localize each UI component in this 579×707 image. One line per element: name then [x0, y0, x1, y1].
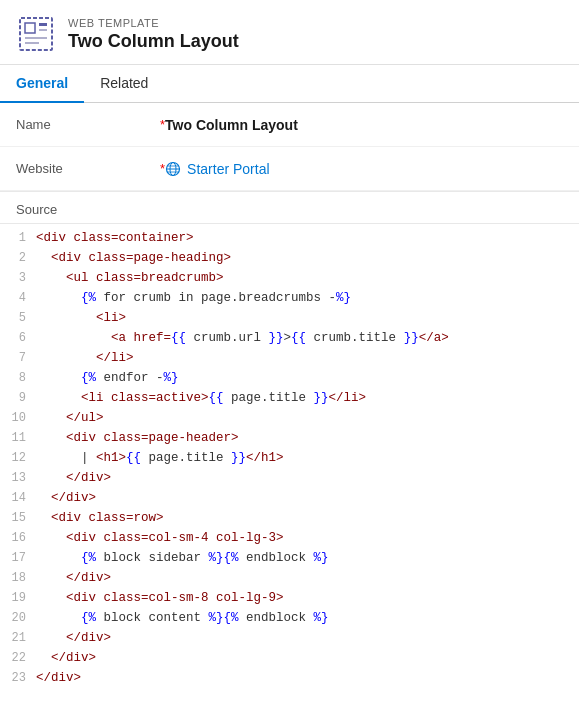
line-number: 13 [0, 468, 36, 488]
line-content: <div class=col-sm-4 col-lg-3> [36, 528, 579, 548]
svg-rect-2 [39, 23, 47, 26]
line-number: 17 [0, 548, 36, 568]
code-line: 2 <div class=page-heading> [0, 248, 579, 268]
code-line: 20 {% block content %}{% endblock %} [0, 608, 579, 628]
line-content: {% block sidebar %}{% endblock %} [36, 548, 579, 568]
line-number: 3 [0, 268, 36, 288]
header-badge: WEB TEMPLATE [68, 17, 239, 29]
code-line: 10 </ul> [0, 408, 579, 428]
code-line: 6 <a href={{ crumb.url }}>{{ crumb.title… [0, 328, 579, 348]
line-content: </div> [36, 668, 579, 688]
tab-bar: General Related [0, 65, 579, 103]
line-content: </div> [36, 468, 579, 488]
code-line: 5 <li> [0, 308, 579, 328]
line-content: </div> [36, 568, 579, 588]
line-content: </li> [36, 348, 579, 368]
line-content: <li class=active>{{ page.title }}</li> [36, 388, 579, 408]
header-title: Two Column Layout [68, 31, 239, 52]
code-line: 19 <div class=col-sm-8 col-lg-9> [0, 588, 579, 608]
svg-rect-3 [39, 29, 47, 31]
web-template-icon [16, 14, 56, 54]
line-number: 9 [0, 388, 36, 408]
code-line: 4 {% for crumb in page.breadcrumbs -%} [0, 288, 579, 308]
line-content: </div> [36, 648, 579, 668]
line-number: 18 [0, 568, 36, 588]
svg-rect-4 [25, 37, 47, 39]
tab-general[interactable]: General [0, 65, 84, 103]
name-row: Name * Two Column Layout [0, 103, 579, 147]
line-number: 4 [0, 288, 36, 308]
line-number: 21 [0, 628, 36, 648]
code-editor[interactable]: 1<div class=container>2 <div class=page-… [0, 224, 579, 692]
line-content: <div class=page-header> [36, 428, 579, 448]
line-content: </div> [36, 488, 579, 508]
header-text: WEB TEMPLATE Two Column Layout [68, 17, 239, 52]
line-content: </div> [36, 628, 579, 648]
line-number: 7 [0, 348, 36, 368]
line-content: <li> [36, 308, 579, 328]
code-line: 12 | <h1>{{ page.title }}</h1> [0, 448, 579, 468]
globe-icon [165, 161, 181, 177]
line-content: <a href={{ crumb.url }}>{{ crumb.title }… [36, 328, 579, 348]
code-line: 3 <ul class=breadcrumb> [0, 268, 579, 288]
line-number: 15 [0, 508, 36, 528]
line-number: 14 [0, 488, 36, 508]
name-value: Two Column Layout [165, 117, 298, 133]
name-label: Name [16, 117, 156, 132]
line-number: 22 [0, 648, 36, 668]
line-content: | <h1>{{ page.title }}</h1> [36, 448, 579, 468]
line-number: 1 [0, 228, 36, 248]
source-header: Source [0, 192, 579, 224]
svg-rect-1 [25, 23, 35, 33]
line-content: <ul class=breadcrumb> [36, 268, 579, 288]
code-line: 7 </li> [0, 348, 579, 368]
form-section: Name * Two Column Layout Website * Start… [0, 103, 579, 192]
code-line: 22 </div> [0, 648, 579, 668]
line-content: </ul> [36, 408, 579, 428]
code-line: 15 <div class=row> [0, 508, 579, 528]
code-line: 1<div class=container> [0, 228, 579, 248]
code-line: 17 {% block sidebar %}{% endblock %} [0, 548, 579, 568]
code-line: 23</div> [0, 668, 579, 688]
website-label: Website [16, 161, 156, 176]
line-number: 8 [0, 368, 36, 388]
code-line: 8 {% endfor -%} [0, 368, 579, 388]
line-number: 5 [0, 308, 36, 328]
code-line: 9 <li class=active>{{ page.title }}</li> [0, 388, 579, 408]
code-line: 13 </div> [0, 468, 579, 488]
svg-rect-5 [25, 42, 39, 44]
tab-related[interactable]: Related [84, 65, 164, 103]
line-content: <div class=col-sm-8 col-lg-9> [36, 588, 579, 608]
line-number: 6 [0, 328, 36, 348]
code-line: 16 <div class=col-sm-4 col-lg-3> [0, 528, 579, 548]
line-content: <div class=row> [36, 508, 579, 528]
line-content: {% for crumb in page.breadcrumbs -%} [36, 288, 579, 308]
line-content: <div class=page-heading> [36, 248, 579, 268]
line-number: 2 [0, 248, 36, 268]
website-value-group: Starter Portal [165, 161, 269, 177]
line-number: 16 [0, 528, 36, 548]
line-number: 12 [0, 448, 36, 468]
code-line: 18 </div> [0, 568, 579, 588]
line-number: 11 [0, 428, 36, 448]
line-number: 23 [0, 668, 36, 688]
line-content: {% endfor -%} [36, 368, 579, 388]
line-content: <div class=container> [36, 228, 579, 248]
page-header: WEB TEMPLATE Two Column Layout [0, 0, 579, 65]
website-row: Website * Starter Portal [0, 147, 579, 191]
code-line: 11 <div class=page-header> [0, 428, 579, 448]
code-line: 21 </div> [0, 628, 579, 648]
line-content: {% block content %}{% endblock %} [36, 608, 579, 628]
code-line: 14 </div> [0, 488, 579, 508]
line-number: 19 [0, 588, 36, 608]
website-link[interactable]: Starter Portal [187, 161, 269, 177]
line-number: 20 [0, 608, 36, 628]
line-number: 10 [0, 408, 36, 428]
